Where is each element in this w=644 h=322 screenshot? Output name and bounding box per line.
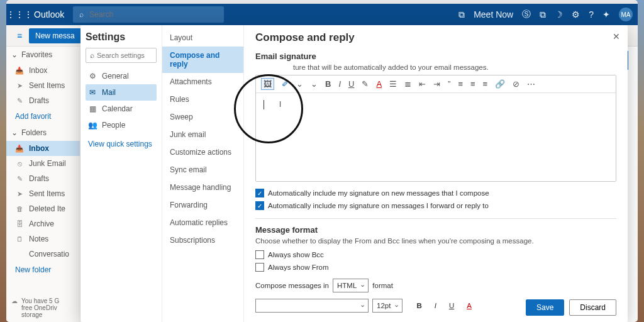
nav-sent-fav[interactable]: ➤Sent Items <box>6 78 80 93</box>
nav-junk[interactable]: ⦸Junk Email <box>6 156 80 171</box>
sub-junk[interactable]: Junk email <box>162 126 243 143</box>
signature-heading: Email signature <box>255 52 616 61</box>
always-from-checkbox[interactable]: Always show From <box>255 261 616 274</box>
meet-now-label[interactable]: Meet Now <box>474 9 513 19</box>
compose-format-select[interactable]: HTML <box>333 279 369 292</box>
inbox-icon: 📥 <box>15 67 24 75</box>
checkbox-icon: ✓ <box>255 189 264 197</box>
new-folder-link[interactable]: New folder <box>6 262 80 278</box>
search-input[interactable] <box>89 10 184 19</box>
hamburger-icon[interactable]: ≡ <box>10 31 29 41</box>
italic-icon[interactable]: I <box>338 79 341 89</box>
nav-inbox-fav[interactable]: 📥Inbox <box>6 63 80 78</box>
global-search[interactable]: ⌕ <box>73 6 224 23</box>
discard-button[interactable]: Discard <box>569 299 616 316</box>
sub-subscriptions[interactable]: Subscriptions <box>162 231 243 249</box>
settings-subcategories: Layout Compose and reply Attachments Rul… <box>162 25 244 322</box>
sub-auto-replies[interactable]: Automatic replies <box>162 214 243 231</box>
save-button[interactable]: Save <box>526 299 564 316</box>
skype-icon[interactable]: Ⓢ <box>522 9 531 20</box>
signature-textarea[interactable]: I <box>256 93 616 181</box>
font-color-icon[interactable]: A <box>467 302 472 309</box>
nav-deleted[interactable]: 🗑Deleted Ite <box>6 201 80 216</box>
indent-icon[interactable]: ⇥ <box>433 79 440 89</box>
sub-customize[interactable]: Customize actions <box>162 143 243 161</box>
font-family-select[interactable] <box>255 299 369 313</box>
nav-inbox[interactable]: 📥Inbox <box>6 141 80 156</box>
nav-drafts-fav[interactable]: ✎Drafts <box>6 93 80 108</box>
drafts-icon: ✎ <box>15 97 24 105</box>
sub-sync[interactable]: Sync email <box>162 161 243 179</box>
bold-icon[interactable]: B <box>325 79 331 89</box>
whatsnew-icon[interactable]: ✦ <box>602 9 610 19</box>
cloud-icon: ☁ <box>11 297 18 318</box>
notifications-icon[interactable]: ☽ <box>555 9 563 19</box>
settings-panel: Settings ⌕ ⚙General ✉Mail ▦Calendar 👥Peo… <box>80 25 628 322</box>
settings-search[interactable]: ⌕ <box>86 48 157 63</box>
folder-nav: ⌄Favorites 📥Inbox ➤Sent Items ✎Drafts Ad… <box>6 47 80 322</box>
cat-calendar[interactable]: ▦Calendar <box>86 101 157 117</box>
message-format-heading: Message format <box>255 225 616 235</box>
underline-icon[interactable]: U <box>348 79 354 89</box>
sub-rules[interactable]: Rules <box>162 91 243 108</box>
always-bcc-checkbox[interactable]: Always show Bcc <box>255 248 616 261</box>
underline-icon[interactable]: U <box>449 302 454 309</box>
align-center-icon[interactable]: ≡ <box>470 79 475 89</box>
new-message-button[interactable]: New messa <box>29 28 81 43</box>
numbering-icon[interactable]: ≣ <box>404 79 411 89</box>
view-quick-settings[interactable]: View quick settings <box>86 133 157 155</box>
app-launcher-icon[interactable]: ⋮⋮⋮ <box>6 9 28 19</box>
sub-layout[interactable]: Layout <box>162 29 243 47</box>
sent-icon: ➤ <box>15 82 24 90</box>
calendar-icon: ▦ <box>88 104 97 113</box>
search-icon: ⌕ <box>73 10 89 19</box>
teams-icon[interactable]: ⧉ <box>540 9 546 20</box>
unlink-icon[interactable]: ⊘ <box>513 79 519 89</box>
help-icon[interactable]: ? <box>589 9 594 19</box>
include-sig-reply-checkbox[interactable]: ✓ Automatically include my signature on … <box>255 199 616 212</box>
settings-gear-icon[interactable]: ⚙ <box>572 9 580 19</box>
bullets-icon[interactable]: ☰ <box>389 79 397 89</box>
font-family-select[interactable]: ⌄ <box>296 79 303 89</box>
quote-icon[interactable]: ” <box>448 79 450 89</box>
sub-attachments[interactable]: Attachments <box>162 73 243 91</box>
more-icon[interactable]: ⋯ <box>527 79 535 89</box>
close-icon[interactable]: ✕ <box>613 31 620 42</box>
sub-compose-reply[interactable]: Compose and reply <box>162 47 243 73</box>
outdent-icon[interactable]: ⇤ <box>419 79 426 89</box>
sub-msg-handling[interactable]: Message handling <box>162 179 243 196</box>
bold-icon[interactable]: B <box>416 302 421 309</box>
italic-icon[interactable]: I <box>435 302 436 309</box>
include-sig-new-checkbox[interactable]: ✓ Automatically include my signature on … <box>255 187 616 199</box>
sub-forwarding[interactable]: Forwarding <box>162 196 243 214</box>
cat-people[interactable]: 👥People <box>86 117 157 133</box>
sub-sweep[interactable]: Sweep <box>162 108 243 126</box>
font-size-select[interactable]: 12pt <box>372 299 402 313</box>
font-color-icon[interactable]: A <box>376 79 382 89</box>
highlight-icon[interactable]: ✎ <box>362 79 369 89</box>
favorites-section[interactable]: ⌄Favorites <box>6 47 80 63</box>
nav-notes[interactable]: 🗒Notes <box>6 231 80 247</box>
people-icon: 👥 <box>88 121 97 130</box>
avatar[interactable]: MA <box>619 8 633 21</box>
app-name: Outlook <box>28 9 70 19</box>
align-left-icon[interactable]: ≡ <box>458 79 463 89</box>
add-favorite-link[interactable]: Add favorit <box>6 108 80 125</box>
nav-drafts[interactable]: ✎Drafts <box>6 171 80 186</box>
cat-mail[interactable]: ✉Mail <box>86 84 157 101</box>
format-painter-icon[interactable]: ✐ <box>282 79 289 89</box>
meet-now-icon[interactable]: ⧉ <box>458 9 465 20</box>
settings-title: Settings <box>86 31 157 43</box>
nav-sent[interactable]: ➤Sent Items <box>6 186 80 201</box>
nav-archive[interactable]: 🗄Archive <box>6 216 80 231</box>
nav-conversation[interactable]: Conversatio <box>6 247 80 262</box>
search-icon: ⌕ <box>90 51 94 60</box>
align-right-icon[interactable]: ≡ <box>483 79 488 89</box>
font-size-select[interactable]: ⌄ <box>311 79 318 89</box>
cat-general[interactable]: ⚙General <box>86 68 157 84</box>
link-icon[interactable]: 🔗 <box>495 79 505 89</box>
folders-section[interactable]: ⌄Folders <box>6 125 80 141</box>
insert-image-icon[interactable]: 🖼 <box>261 78 274 90</box>
inbox-icon: 📥 <box>15 145 24 153</box>
settings-search-input[interactable] <box>97 52 152 59</box>
